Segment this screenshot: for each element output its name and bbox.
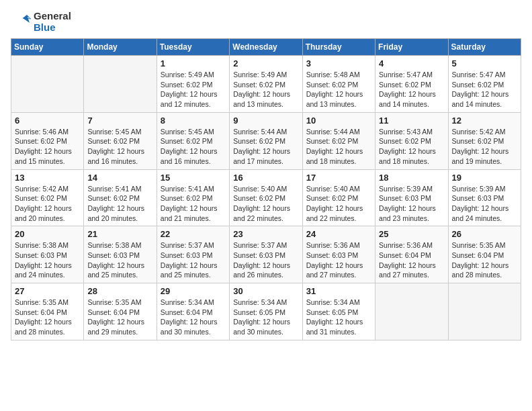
calendar-day-cell: 30Sunrise: 5:34 AM Sunset: 6:05 PM Dayli… <box>230 283 302 340</box>
calendar-day-cell: 23Sunrise: 5:37 AM Sunset: 6:03 PM Dayli… <box>230 226 302 283</box>
weekday-header: Monday <box>84 39 157 56</box>
day-info: Sunrise: 5:48 AM Sunset: 6:02 PM Dayligh… <box>306 70 371 109</box>
day-number: 11 <box>379 116 444 126</box>
weekday-header: Tuesday <box>157 39 229 56</box>
day-number: 15 <box>161 173 226 183</box>
day-number: 13 <box>15 173 80 183</box>
day-number: 26 <box>452 229 517 239</box>
calendar-day-cell: 24Sunrise: 5:36 AM Sunset: 6:03 PM Dayli… <box>302 226 375 283</box>
calendar-day-cell: 28Sunrise: 5:35 AM Sunset: 6:04 PM Dayli… <box>84 283 157 340</box>
day-number: 27 <box>15 286 80 296</box>
calendar-day-cell: 21Sunrise: 5:38 AM Sunset: 6:03 PM Dayli… <box>84 226 157 283</box>
calendar-day-cell <box>84 56 157 113</box>
day-number: 3 <box>306 58 371 68</box>
day-number: 16 <box>233 173 298 183</box>
day-number: 7 <box>87 116 152 126</box>
day-info: Sunrise: 5:47 AM Sunset: 6:02 PM Dayligh… <box>379 70 444 109</box>
day-info: Sunrise: 5:49 AM Sunset: 6:02 PM Dayligh… <box>233 70 298 109</box>
calendar-day-cell: 3Sunrise: 5:48 AM Sunset: 6:02 PM Daylig… <box>302 56 375 113</box>
calendar-day-cell: 2Sunrise: 5:49 AM Sunset: 6:02 PM Daylig… <box>230 56 302 113</box>
calendar-day-cell: 12Sunrise: 5:42 AM Sunset: 6:02 PM Dayli… <box>448 112 521 169</box>
calendar-day-cell: 15Sunrise: 5:41 AM Sunset: 6:02 PM Dayli… <box>157 169 229 226</box>
day-number: 24 <box>306 229 371 239</box>
calendar-day-cell: 25Sunrise: 5:36 AM Sunset: 6:04 PM Dayli… <box>375 226 448 283</box>
day-number: 4 <box>379 58 444 68</box>
calendar-day-cell: 31Sunrise: 5:34 AM Sunset: 6:05 PM Dayli… <box>302 283 375 340</box>
logo: General Blue <box>11 11 71 33</box>
day-number: 30 <box>233 286 298 296</box>
calendar-day-cell: 14Sunrise: 5:41 AM Sunset: 6:02 PM Dayli… <box>84 169 157 226</box>
day-info: Sunrise: 5:34 AM Sunset: 6:04 PM Dayligh… <box>161 298 226 337</box>
day-info: Sunrise: 5:40 AM Sunset: 6:02 PM Dayligh… <box>306 184 371 224</box>
day-info: Sunrise: 5:44 AM Sunset: 6:02 PM Dayligh… <box>306 127 371 167</box>
day-info: Sunrise: 5:41 AM Sunset: 6:02 PM Dayligh… <box>161 184 226 224</box>
calendar-day-cell: 1Sunrise: 5:49 AM Sunset: 6:02 PM Daylig… <box>157 56 229 113</box>
logo-text: General Blue <box>34 11 71 33</box>
day-number: 17 <box>306 173 371 183</box>
day-info: Sunrise: 5:35 AM Sunset: 6:04 PM Dayligh… <box>87 298 152 337</box>
calendar-day-cell: 7Sunrise: 5:45 AM Sunset: 6:02 PM Daylig… <box>84 112 157 169</box>
calendar-day-cell: 6Sunrise: 5:46 AM Sunset: 6:02 PM Daylig… <box>11 112 84 169</box>
day-info: Sunrise: 5:35 AM Sunset: 6:04 PM Dayligh… <box>452 240 517 280</box>
calendar-day-cell: 17Sunrise: 5:40 AM Sunset: 6:02 PM Dayli… <box>302 169 375 226</box>
day-number: 22 <box>161 229 226 239</box>
calendar-day-cell: 9Sunrise: 5:44 AM Sunset: 6:02 PM Daylig… <box>230 112 302 169</box>
day-number: 23 <box>233 229 298 239</box>
calendar-day-cell <box>448 283 521 340</box>
calendar-day-cell <box>11 56 84 113</box>
calendar-day-cell: 4Sunrise: 5:47 AM Sunset: 6:02 PM Daylig… <box>375 56 448 113</box>
day-number: 1 <box>161 58 226 68</box>
calendar-day-cell: 5Sunrise: 5:47 AM Sunset: 6:02 PM Daylig… <box>448 56 521 113</box>
weekday-header: Saturday <box>448 39 521 56</box>
calendar-day-cell: 27Sunrise: 5:35 AM Sunset: 6:04 PM Dayli… <box>11 283 84 340</box>
day-info: Sunrise: 5:37 AM Sunset: 6:03 PM Dayligh… <box>233 240 298 280</box>
day-info: Sunrise: 5:35 AM Sunset: 6:04 PM Dayligh… <box>15 298 80 337</box>
day-info: Sunrise: 5:40 AM Sunset: 6:02 PM Dayligh… <box>233 184 298 224</box>
day-number: 2 <box>233 58 298 68</box>
day-number: 21 <box>87 229 152 239</box>
calendar-day-cell <box>375 283 448 340</box>
day-number: 18 <box>379 173 444 183</box>
calendar-day-cell: 22Sunrise: 5:37 AM Sunset: 6:03 PM Dayli… <box>157 226 229 283</box>
day-info: Sunrise: 5:44 AM Sunset: 6:02 PM Dayligh… <box>233 127 298 167</box>
calendar-week-row: 6Sunrise: 5:46 AM Sunset: 6:02 PM Daylig… <box>11 112 521 169</box>
day-info: Sunrise: 5:49 AM Sunset: 6:02 PM Dayligh… <box>161 70 226 109</box>
calendar-week-row: 20Sunrise: 5:38 AM Sunset: 6:03 PM Dayli… <box>11 226 521 283</box>
day-number: 20 <box>15 229 80 239</box>
day-info: Sunrise: 5:42 AM Sunset: 6:02 PM Dayligh… <box>452 127 517 167</box>
weekday-header: Wednesday <box>230 39 302 56</box>
day-number: 29 <box>161 286 226 296</box>
day-info: Sunrise: 5:36 AM Sunset: 6:03 PM Dayligh… <box>306 240 371 280</box>
day-info: Sunrise: 5:38 AM Sunset: 6:03 PM Dayligh… <box>87 240 152 280</box>
calendar-day-cell: 10Sunrise: 5:44 AM Sunset: 6:02 PM Dayli… <box>302 112 375 169</box>
page-header: General Blue <box>11 11 521 33</box>
day-number: 9 <box>233 116 298 126</box>
day-info: Sunrise: 5:36 AM Sunset: 6:04 PM Dayligh… <box>379 240 444 280</box>
calendar-week-row: 27Sunrise: 5:35 AM Sunset: 6:04 PM Dayli… <box>11 283 521 340</box>
day-info: Sunrise: 5:39 AM Sunset: 6:03 PM Dayligh… <box>379 184 444 224</box>
calendar-day-cell: 8Sunrise: 5:45 AM Sunset: 6:02 PM Daylig… <box>157 112 229 169</box>
day-info: Sunrise: 5:41 AM Sunset: 6:02 PM Dayligh… <box>87 184 152 224</box>
calendar-day-cell: 19Sunrise: 5:39 AM Sunset: 6:03 PM Dayli… <box>448 169 521 226</box>
day-number: 25 <box>379 229 444 239</box>
calendar-week-row: 1Sunrise: 5:49 AM Sunset: 6:02 PM Daylig… <box>11 56 521 113</box>
day-info: Sunrise: 5:39 AM Sunset: 6:03 PM Dayligh… <box>452 184 517 224</box>
day-info: Sunrise: 5:34 AM Sunset: 6:05 PM Dayligh… <box>233 298 298 337</box>
day-info: Sunrise: 5:34 AM Sunset: 6:05 PM Dayligh… <box>306 298 371 337</box>
day-number: 14 <box>87 173 152 183</box>
weekday-header: Friday <box>375 39 448 56</box>
day-number: 19 <box>452 173 517 183</box>
calendar-table: SundayMondayTuesdayWednesdayThursdayFrid… <box>11 38 521 340</box>
weekday-header: Sunday <box>11 39 84 56</box>
calendar-day-cell: 18Sunrise: 5:39 AM Sunset: 6:03 PM Dayli… <box>375 169 448 226</box>
day-number: 12 <box>452 116 517 126</box>
calendar-day-cell: 20Sunrise: 5:38 AM Sunset: 6:03 PM Dayli… <box>11 226 84 283</box>
calendar-day-cell: 16Sunrise: 5:40 AM Sunset: 6:02 PM Dayli… <box>230 169 302 226</box>
calendar-day-cell: 11Sunrise: 5:43 AM Sunset: 6:02 PM Dayli… <box>375 112 448 169</box>
day-number: 31 <box>306 286 371 296</box>
day-number: 10 <box>306 116 371 126</box>
day-info: Sunrise: 5:45 AM Sunset: 6:02 PM Dayligh… <box>87 127 152 167</box>
calendar-day-cell: 13Sunrise: 5:42 AM Sunset: 6:02 PM Dayli… <box>11 169 84 226</box>
day-info: Sunrise: 5:46 AM Sunset: 6:02 PM Dayligh… <box>15 127 80 167</box>
calendar-day-cell: 29Sunrise: 5:34 AM Sunset: 6:04 PM Dayli… <box>157 283 229 340</box>
